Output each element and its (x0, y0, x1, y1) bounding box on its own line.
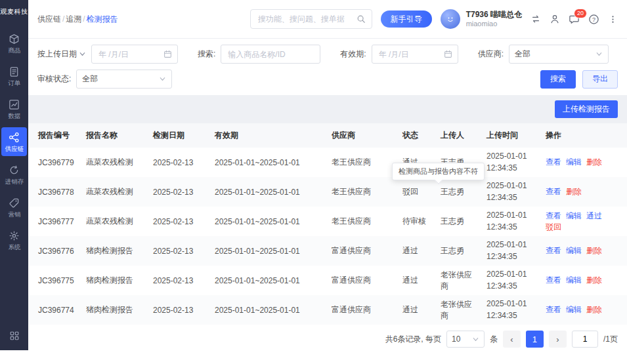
action-view[interactable]: 查看 (546, 305, 561, 314)
guide-button[interactable]: 新手引导 (381, 10, 432, 28)
uploader-cell: 王志勇 (435, 236, 481, 266)
table-row[interactable]: JC396777 蔬菜农残检测 2025-02-13 2025-01-01~20… (28, 207, 627, 236)
upload-report-button[interactable]: 上传检测报告 (555, 100, 618, 118)
date-field-label: 按上传日期 (37, 49, 77, 60)
sidebar: 观麦科技 商品 订单 数据 供应链 进销存 营销 系统 (0, 0, 28, 350)
action-delete[interactable]: 删除 (566, 187, 582, 196)
svg-text:?: ? (592, 16, 595, 22)
export-button[interactable]: 导出 (582, 70, 618, 89)
validity-cell: 2025-01-01~2025-01-01 (209, 266, 326, 295)
more-menu-icon[interactable] (608, 14, 618, 24)
report-name-cell: 猪肉检测报告 (81, 236, 148, 266)
breadcrumb-item: 检测报告 (87, 14, 118, 24)
upload-date-input[interactable] (91, 45, 178, 64)
action-view[interactable]: 查看 (546, 275, 561, 285)
global-search-input[interactable] (257, 14, 357, 24)
next-page-button[interactable]: › (549, 331, 567, 348)
contacts-icon[interactable] (550, 14, 560, 24)
column-header: 有效期 (209, 123, 326, 148)
global-search[interactable] (250, 9, 372, 29)
account-name: T7936 喵喵总仓 (466, 10, 522, 20)
avatar-face-icon (444, 13, 456, 25)
action-delete[interactable]: 删除 (586, 246, 602, 255)
report-name-cell: 猪肉检测报告 (81, 266, 148, 295)
sidebar-item-marketing[interactable]: 营销 (1, 193, 27, 222)
report-id-cell: JC396775 (28, 266, 81, 295)
sidebar-item-system[interactable]: 系统 (1, 226, 27, 254)
sidebar-item-orders[interactable]: 订单 (1, 62, 27, 91)
status-cell: 通过 (397, 236, 435, 266)
column-header: 状态 (397, 123, 435, 148)
help-icon[interactable]: ? (588, 14, 599, 25)
action-reject[interactable]: 驳回 (546, 222, 561, 232)
sidebar-item-inventory[interactable]: 进销存 (1, 160, 27, 189)
account-info[interactable]: T7936 喵喵总仓 miaomiao (466, 10, 522, 29)
test-date-cell: 2025-02-13 (148, 177, 209, 207)
action-edit[interactable]: 编辑 (566, 275, 582, 285)
column-header: 报告编号 (28, 123, 81, 148)
page-size-select[interactable]: 10 (446, 331, 485, 348)
report-name-cell: 蔬菜农残检测 (81, 207, 148, 236)
table-row[interactable]: JC396776 猪肉检测报告 2025-02-13 2025-01-01~20… (28, 236, 627, 266)
app-window: 观麦科技 商品 订单 数据 供应链 进销存 营销 系统 供应链/追溯/检测报告 (0, 0, 627, 350)
action-edit[interactable]: 编辑 (566, 305, 582, 314)
supplier-cell: 富通供应商 (326, 295, 397, 325)
page-jump-input[interactable] (572, 331, 598, 348)
action-edit[interactable]: 编辑 (566, 157, 582, 167)
validity-date-input[interactable] (372, 45, 458, 64)
validity-date-field[interactable] (378, 49, 440, 60)
marketing-icon (9, 197, 20, 209)
search-icon[interactable] (357, 14, 366, 24)
action-view[interactable]: 查看 (546, 157, 561, 167)
action-delete[interactable]: 删除 (586, 275, 602, 285)
upload-time-cell: 2025-01-01 12:34:35 (481, 207, 540, 236)
action-edit[interactable]: 编辑 (566, 246, 582, 255)
table-row[interactable]: JC396779 蔬菜农残检测 2025-02-13 2025-01-01~20… (28, 148, 627, 177)
test-date-cell: 2025-02-13 (148, 236, 209, 266)
table-row[interactable]: JC396778 蔬菜农残检测 2025-02-13 2025-01-01~20… (28, 177, 627, 207)
message-icon[interactable]: 20 (569, 14, 580, 25)
uploader-cell: 王志勇 (435, 207, 481, 236)
avatar[interactable] (441, 9, 460, 29)
calendar-icon[interactable] (163, 50, 172, 58)
product-search-field[interactable] (227, 49, 314, 60)
status-tooltip-text: 检测商品与报告内容不符 (399, 167, 478, 175)
product-search-input[interactable] (221, 45, 320, 64)
report-id-cell: JC396778 (28, 177, 81, 207)
calendar-icon[interactable] (444, 50, 452, 58)
test-date-cell: 2025-02-13 (148, 266, 209, 295)
sidebar-item-goods[interactable]: 商品 (1, 29, 27, 58)
action-view[interactable]: 查看 (546, 246, 561, 255)
apps-grid-icon[interactable] (9, 331, 20, 341)
upload-time-cell: 2025-01-01 12:34:35 (481, 295, 540, 325)
date-field-selector[interactable]: 按上传日期 (37, 49, 86, 60)
table-row[interactable]: JC396774 猪肉检测报告 2025-02-13 2025-01-01~20… (28, 295, 627, 325)
status-select[interactable]: 全部 (76, 70, 172, 89)
supplier-select-value: 全部 (515, 49, 530, 60)
row-actions-cell: 查看编辑通过驳回 (540, 207, 627, 236)
breadcrumb-item[interactable]: 供应链 (37, 14, 61, 24)
pagination-bar: 共6条记录, 每页 10 条 ‹ 1 › /1页 (28, 325, 627, 354)
action-view[interactable]: 查看 (546, 211, 561, 220)
action-edit[interactable]: 编辑 (566, 211, 582, 220)
page-1-button[interactable]: 1 (526, 331, 544, 348)
search-button[interactable]: 搜索 (540, 70, 576, 89)
upload-date-field[interactable] (97, 49, 160, 60)
supplier-select[interactable]: 全部 (509, 45, 609, 64)
supplier-cell: 老王供应商 (326, 177, 397, 207)
orders-icon (9, 66, 20, 77)
uploader-cell: 老张供应商 (435, 295, 481, 325)
chevron-down-icon (79, 51, 86, 58)
status-cell: 通过 (397, 266, 435, 295)
action-approve[interactable]: 通过 (586, 211, 602, 220)
action-view[interactable]: 查看 (546, 187, 561, 196)
breadcrumb-separator: / (62, 14, 64, 24)
action-delete[interactable]: 删除 (586, 305, 602, 314)
action-delete[interactable]: 删除 (586, 157, 602, 167)
sidebar-item-data[interactable]: 数据 (1, 94, 27, 123)
switch-warehouse-icon[interactable] (530, 14, 541, 24)
prev-page-button[interactable]: ‹ (503, 331, 521, 348)
table-row[interactable]: JC396775 猪肉检测报告 2025-02-13 2025-01-01~20… (28, 266, 627, 295)
breadcrumb-item[interactable]: 追溯 (66, 14, 81, 24)
sidebar-item-supply-chain[interactable]: 供应链 (1, 127, 27, 156)
